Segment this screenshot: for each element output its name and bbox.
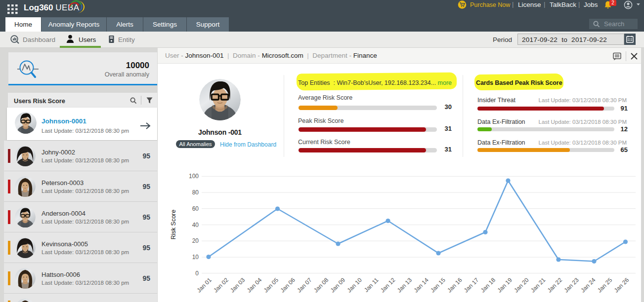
svg-text:Jan 13: Jan 13 <box>396 276 414 294</box>
svg-text:Jan 11: Jan 11 <box>363 276 380 294</box>
svg-text:40: 40 <box>192 222 199 228</box>
svg-text:Jan 03: Jan 03 <box>229 276 247 294</box>
svg-text:Jan 17: Jan 17 <box>463 276 480 294</box>
svg-text:Jan 06: Jan 06 <box>279 276 297 294</box>
svg-text:Jan 23: Jan 23 <box>562 276 580 294</box>
svg-text:Jan 18: Jan 18 <box>479 276 497 294</box>
svg-text:Jan 16: Jan 16 <box>446 276 464 294</box>
svg-text:Jan 04: Jan 04 <box>246 276 263 294</box>
svg-text:10: 10 <box>192 254 199 261</box>
svg-text:Risk Score: Risk Score <box>170 210 177 239</box>
svg-text:Jan 10: Jan 10 <box>345 276 363 294</box>
svg-text:Jan 14: Jan 14 <box>413 276 430 294</box>
svg-text:Jan 24: Jan 24 <box>579 276 597 294</box>
svg-text:0: 0 <box>195 270 199 277</box>
svg-text:Jan 09: Jan 09 <box>329 276 347 294</box>
svg-text:Jan 25: Jan 25 <box>596 276 614 294</box>
svg-text:Jan 02: Jan 02 <box>212 276 230 294</box>
svg-text:Jan 08: Jan 08 <box>312 276 330 294</box>
svg-text:Jan 19: Jan 19 <box>496 276 514 294</box>
svg-text:Jan 20: Jan 20 <box>513 276 530 294</box>
svg-text:80: 80 <box>192 189 199 196</box>
svg-text:20: 20 <box>192 237 199 244</box>
svg-text:60: 60 <box>192 205 199 212</box>
svg-text:Jan 05: Jan 05 <box>262 276 280 294</box>
svg-text:Jan 21: Jan 21 <box>529 276 547 294</box>
svg-text:100: 100 <box>189 173 199 180</box>
svg-text:Jan 01: Jan 01 <box>196 276 214 294</box>
svg-text:Jan 07: Jan 07 <box>296 276 313 294</box>
svg-text:Jan 12: Jan 12 <box>379 276 397 294</box>
svg-text:Jan 15: Jan 15 <box>429 276 447 294</box>
svg-text:Jan 26: Jan 26 <box>613 276 631 294</box>
svg-text:Jan 22: Jan 22 <box>546 276 564 294</box>
